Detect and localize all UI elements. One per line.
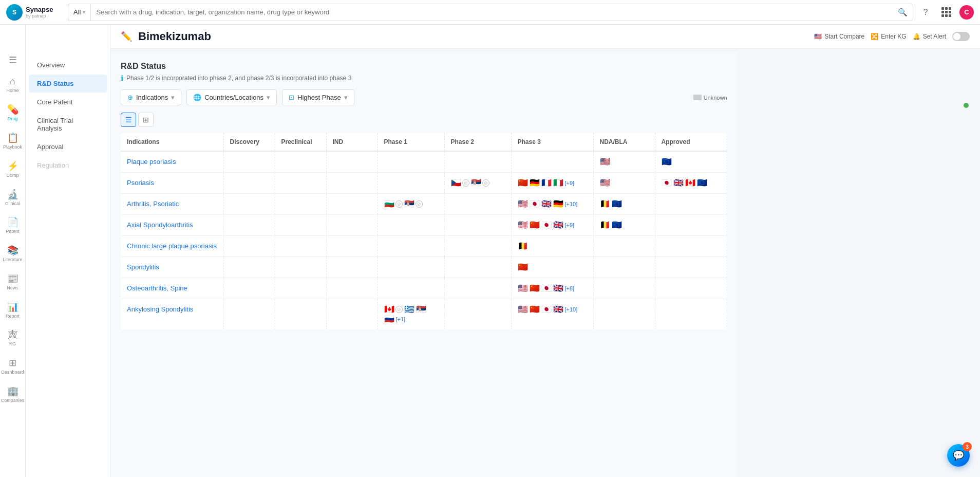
start-compare-button[interactable]: 🇺🇸 Start Compare <box>814 33 864 40</box>
chat-bubble[interactable]: 💬 3 <box>947 444 970 467</box>
sidebar-item-approval[interactable]: Approval <box>29 138 107 156</box>
sidebar: ☰ ⌂ Home 💊 Drug 📋 Playbook ⚡ Comp 🔬 Clin… <box>0 25 26 477</box>
search-input[interactable] <box>91 8 893 16</box>
sidebar-item-literature[interactable]: 📚 Literature <box>1 241 25 267</box>
table-row: Osteoarthritis, Spine 🇺🇸 🇨🇳 🇯🇵 🇬🇧 [+8] <box>121 278 727 299</box>
nda-cell: 🇧🇪 🇪🇺 <box>593 194 655 215</box>
approved-cell <box>655 299 727 330</box>
more-flags[interactable]: [+10] <box>565 201 578 207</box>
indication-chronic-plaque[interactable]: Chronic large plaque psoriasis <box>121 236 223 257</box>
set-alert-button[interactable]: 🔔 Set Alert <box>913 33 946 40</box>
flag-be: 🇧🇪 <box>600 221 610 229</box>
indication-arthritis-psoriatic[interactable]: Arthritis, Psoriatic <box>121 194 223 215</box>
report-icon: 📊 <box>7 301 18 313</box>
indications-filter[interactable]: ⊕ Indications ▾ <box>121 89 181 105</box>
indication-plaque-psoriasis[interactable]: Plaque psoriasis <box>121 151 223 173</box>
indication-axial-spondyloarthritis[interactable]: Axial Spondyloarthritis <box>121 215 223 236</box>
indication-ankylosing-spondylitis[interactable]: Ankylosing Spondylitis <box>121 299 223 330</box>
indication-osteoarthritis-spine[interactable]: Osteoarthritis, Spine <box>121 278 223 299</box>
nda-flags: 🇧🇪 🇪🇺 <box>600 200 649 208</box>
indication-spondylitis[interactable]: Spondylitis <box>121 257 223 278</box>
sidebar-item-companies[interactable]: 🏢 Companies <box>1 381 25 408</box>
sidebar-item-overview[interactable]: Overview <box>29 56 107 74</box>
phase3-cell: 🇺🇸 🇨🇳 🇯🇵 🇬🇧 [+10] <box>511 299 593 330</box>
enter-kg-button[interactable]: 🔀 Enter KG <box>871 33 906 40</box>
clinical-icon: 🔬 <box>7 189 18 200</box>
sidebar-item-clinical[interactable]: 🔬 Clinical <box>1 185 25 211</box>
unknown-flag-icon <box>693 95 702 100</box>
sidebar-item-report[interactable]: 📊 Report <box>1 297 25 323</box>
more-flags[interactable]: [+9] <box>565 180 575 186</box>
flag-rs-terminated: 🇷🇸 ⊘ <box>471 179 489 187</box>
logo: S Synapse by patnap <box>6 4 63 21</box>
sidebar-item-menu[interactable]: ☰ <box>1 50 25 70</box>
sidebar-item-patent[interactable]: 📄 Patent <box>1 212 25 238</box>
flag-gr: 🇬🇷 <box>404 305 414 314</box>
sidebar-item-home[interactable]: ⌂ Home <box>1 72 25 98</box>
alert-toggle[interactable] <box>952 32 970 41</box>
ind-cell <box>326 257 378 278</box>
phase1-cell: 🇧🇬 ⊘ 🇷🇸 ⊘ <box>378 194 444 215</box>
approved-cell <box>655 257 727 278</box>
highest-phase-filter[interactable]: ⊡ Highest Phase ▾ <box>282 89 354 105</box>
rd-table: Indications Discovery Preclinical IND Ph… <box>121 133 727 329</box>
sidebar-item-kg[interactable]: 🕸 KG <box>1 325 25 351</box>
col-preclinical: Preclinical <box>275 133 326 151</box>
header-actions: 🇺🇸 Start Compare 🔀 Enter KG 🔔 Set Alert <box>814 32 970 41</box>
help-icon[interactable]: ? <box>918 5 933 20</box>
info-icon: ℹ <box>121 74 123 82</box>
grid-view-button[interactable]: ⊞ <box>138 113 154 127</box>
phase2-cell <box>444 215 511 236</box>
more-flags[interactable]: [+8] <box>565 285 575 291</box>
list-view-button[interactable]: ☰ <box>121 113 136 127</box>
avatar[interactable]: C <box>959 5 974 20</box>
news-icon: 📰 <box>7 273 18 284</box>
flag-us: 🇺🇸 <box>600 157 610 166</box>
phase2-flags: 🇨🇿 ⊘ 🇷🇸 ⊘ <box>451 179 505 187</box>
more-flags[interactable]: [+10] <box>565 306 578 313</box>
sidebar-item-drug[interactable]: 💊 Drug <box>1 100 25 126</box>
flag-jp: 🇯🇵 <box>541 284 552 292</box>
search-type-dropdown[interactable]: All ▾ <box>68 4 91 21</box>
filters: ⊕ Indications ▾ 🌐 Countries/Locations ▾ … <box>121 89 727 105</box>
sidebar-item-playbook[interactable]: 📋 Playbook <box>1 128 25 154</box>
flag-gb: 🇬🇧 <box>673 179 684 187</box>
sidebar-item-dashboard[interactable]: ⊞ Dashboard <box>1 353 25 379</box>
apps-icon[interactable] <box>939 5 953 20</box>
sidebar-item-clinical-trial[interactable]: Clinical TrialAnalysis <box>29 112 107 137</box>
discovery-cell <box>223 236 275 257</box>
sidebar-item-news[interactable]: 📰 News <box>1 269 25 295</box>
countries-arrow-icon: ▾ <box>267 94 270 101</box>
flag-us: 🇺🇸 <box>518 284 528 292</box>
col-discovery: Discovery <box>223 133 275 151</box>
bell-icon: 🔔 <box>913 33 920 40</box>
preclinical-cell <box>275 236 326 257</box>
secondary-sidebar: Overview R&D Status Core Patent Clinical… <box>26 25 110 477</box>
flag-eu: 🇪🇺 <box>662 157 672 166</box>
col-ind: IND <box>326 133 378 151</box>
indication-psoriasis[interactable]: Psoriasis <box>121 173 223 194</box>
topbar: S Synapse by patnap All ▾ 🔍 ? <box>0 0 980 25</box>
phase3-cell <box>511 151 593 173</box>
countries-filter[interactable]: 🌐 Countries/Locations ▾ <box>186 89 277 105</box>
patent-icon: 📄 <box>7 216 18 228</box>
phase2-cell <box>444 194 511 215</box>
flag-ca: 🇨🇦 <box>685 179 695 187</box>
search-icon[interactable]: 🔍 <box>893 8 913 17</box>
more-flags[interactable]: [+9] <box>565 222 575 228</box>
phase3-cell: 🇺🇸 🇯🇵 🇬🇧 🇩🇪 [+10] <box>511 194 593 215</box>
terminated-icon: ⊘ <box>462 179 469 187</box>
flag-jp: 🇯🇵 <box>541 221 552 229</box>
main-content: R&D Status ℹ Phase 1/2 is incorporated i… <box>110 51 738 477</box>
sidebar-item-core-patent[interactable]: Core Patent <box>29 93 107 111</box>
phase2-cell <box>444 257 511 278</box>
sidebar-item-comp[interactable]: ⚡ Comp <box>1 156 25 182</box>
phase1-flags-row2: 🇷🇺 [+1] <box>384 315 438 323</box>
flag-us: 🇺🇸 <box>518 305 528 314</box>
more-flags[interactable]: [+1] <box>396 316 406 322</box>
chat-badge: 3 <box>963 442 972 451</box>
discovery-cell <box>223 173 275 194</box>
table-row: Psoriasis 🇨🇿 ⊘ 🇷🇸 ⊘ <box>121 173 727 194</box>
sidebar-item-rd-status[interactable]: R&D Status <box>29 75 107 93</box>
table-row: Ankylosing Spondylitis 🇨🇦 ⊘ 🇬🇷 🇷🇸 <box>121 299 727 330</box>
